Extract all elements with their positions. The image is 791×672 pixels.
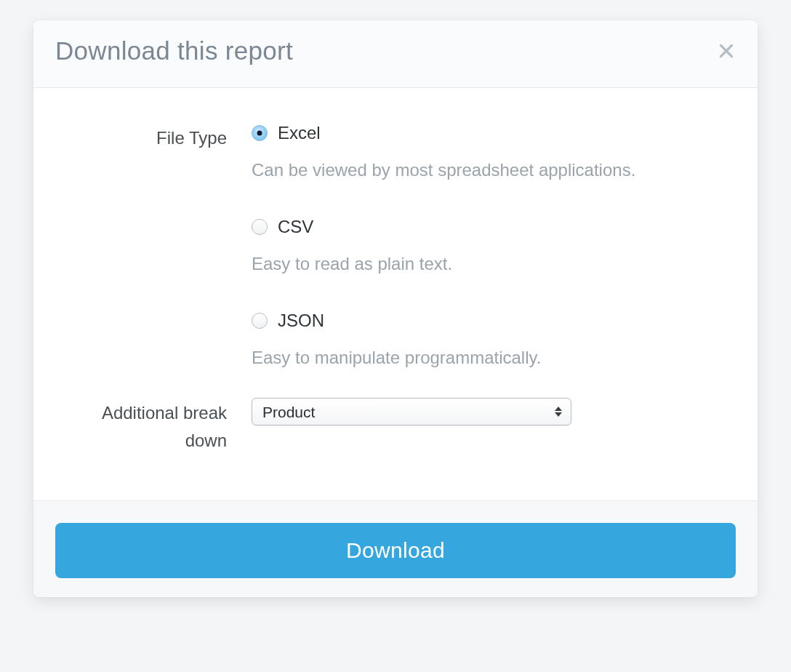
file-type-label: File Type (63, 123, 252, 151)
breakdown-select[interactable]: Product (252, 398, 571, 425)
file-type-options: Excel Can be viewed by most spreadsheet … (252, 123, 728, 370)
modal-title: Download this report (55, 36, 293, 65)
radio-excel-label: Excel (278, 123, 321, 143)
download-report-modal: Download this report File Type Excel Can… (33, 20, 758, 597)
modal-footer: Download (33, 500, 758, 597)
radio-excel[interactable] (252, 125, 268, 141)
option-excel-desc: Can be viewed by most spreadsheet applic… (252, 158, 728, 183)
radio-csv-label: CSV (278, 217, 313, 237)
breakdown-select-wrap: Product (252, 398, 571, 425)
file-type-option-json: JSON Easy to manipulate programmatically… (252, 311, 728, 371)
close-icon (717, 41, 736, 60)
radio-json[interactable] (252, 313, 268, 329)
breakdown-label: Additional break down (63, 398, 252, 453)
file-type-option-csv: CSV Easy to read as plain text. (252, 217, 728, 277)
download-button[interactable]: Download (55, 523, 736, 578)
modal-header: Download this report (33, 20, 758, 88)
radio-csv[interactable] (252, 219, 268, 235)
radio-json-label: JSON (278, 311, 324, 331)
option-json-desc: Easy to manipulate programmatically. (252, 345, 728, 371)
option-csv-desc: Easy to read as plain text. (252, 252, 728, 277)
close-button[interactable] (717, 41, 736, 60)
breakdown-row: Additional break down Product (63, 398, 728, 453)
file-type-option-excel: Excel Can be viewed by most spreadsheet … (252, 123, 728, 183)
modal-body: File Type Excel Can be viewed by most sp… (33, 88, 758, 500)
file-type-row: File Type Excel Can be viewed by most sp… (63, 123, 728, 370)
